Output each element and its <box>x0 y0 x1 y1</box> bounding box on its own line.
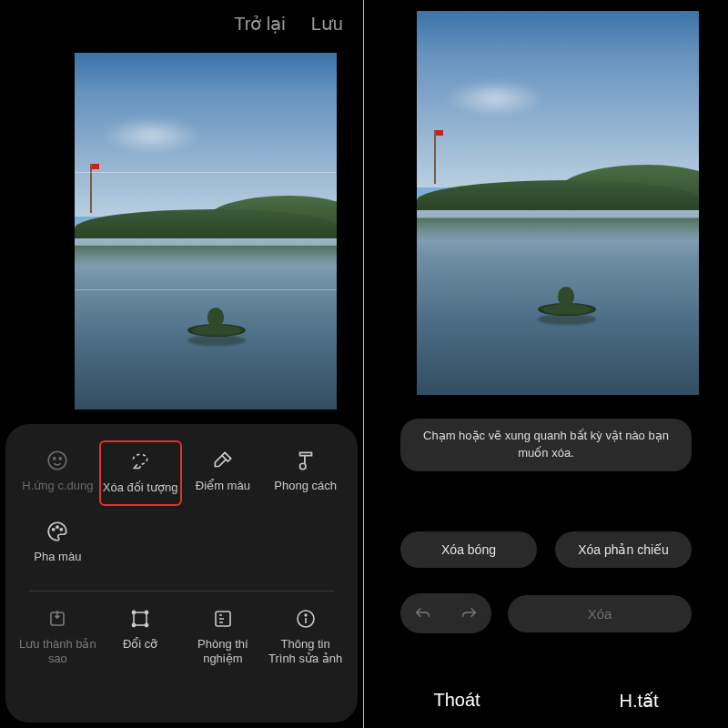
svg-point-3 <box>53 529 55 531</box>
resize-icon <box>127 606 153 632</box>
top-bar: Trở lại Lưu <box>0 0 363 44</box>
tool-object-eraser[interactable]: Xóa đối tượng <box>99 440 182 506</box>
action-label: Đổi cỡ <box>123 637 157 652</box>
svg-point-2 <box>60 458 62 460</box>
redo-button[interactable] <box>446 593 491 633</box>
svg-point-0 <box>49 451 67 470</box>
tool-spot-color[interactable]: Điểm màu <box>182 440 265 506</box>
save-copy-icon <box>45 606 70 632</box>
info-icon <box>293 606 318 632</box>
quick-actions: Xóa bóng Xóa phản chiếu <box>400 531 692 568</box>
undo-button[interactable] <box>400 593 446 633</box>
undo-icon <box>413 603 433 623</box>
done-button[interactable]: H.tất <box>619 690 658 712</box>
svg-rect-7 <box>134 612 147 625</box>
photo-crop-area[interactable] <box>75 53 337 410</box>
action-label: Phòng thí nghiệm <box>184 637 263 667</box>
action-save-as-copy[interactable]: Lưu thành bản sao <box>16 599 99 676</box>
panel-divider <box>29 591 334 592</box>
palette-icon <box>45 519 70 544</box>
tool-label: Xóa đối tượng <box>103 480 178 495</box>
exit-button[interactable]: Thoát <box>433 690 480 712</box>
action-label: Thông tin Trình sửa ảnh <box>266 637 345 667</box>
labs-icon <box>210 606 236 632</box>
action-labs[interactable]: Phòng thí nghiệm <box>182 599 265 676</box>
remove-reflection-button[interactable]: Xóa phản chiếu <box>555 531 692 568</box>
instruction-tooltip: Chạm hoặc vẽ xung quanh bất kỳ vật nào b… <box>400 419 692 471</box>
footer-bar: Thoát H.tất <box>364 690 728 712</box>
tool-style[interactable]: Phong cách <box>264 440 347 506</box>
svg-point-9 <box>146 611 148 613</box>
tool-panel: H.ứng c.dung Xóa đối tượng Điểm màu Phon… <box>5 424 358 723</box>
photo-preview <box>75 53 337 410</box>
crop-handle-tr[interactable] <box>324 53 337 66</box>
save-button[interactable]: Lưu <box>311 13 343 35</box>
svg-point-5 <box>61 529 63 531</box>
brush-icon <box>293 448 318 473</box>
screen-edit-tools: Trở lại Lưu H.ứng c.dung <box>0 0 364 728</box>
svg-point-14 <box>305 614 307 616</box>
history-row: Xóa <box>400 593 692 633</box>
remove-shadow-button[interactable]: Xóa bóng <box>400 531 537 568</box>
svg-point-4 <box>56 526 58 528</box>
tool-color-mix[interactable]: Pha màu <box>16 511 99 573</box>
delete-button[interactable]: Xóa <box>508 595 692 632</box>
tool-label: H.ứng c.dung <box>22 479 93 493</box>
photo-preview <box>417 11 699 395</box>
crop-handle-tl[interactable] <box>75 53 87 66</box>
svg-point-11 <box>146 623 148 626</box>
back-button[interactable]: Trở lại <box>234 13 286 35</box>
screen-object-eraser: Chạm hoặc vẽ xung quanh bất kỳ vật nào b… <box>364 0 728 728</box>
action-label: Lưu thành bản sao <box>18 637 97 667</box>
tool-label: Điểm màu <box>196 479 250 493</box>
svg-point-1 <box>54 458 56 460</box>
lasso-eraser-icon <box>127 450 153 475</box>
action-resize[interactable]: Đổi cỡ <box>99 599 182 676</box>
crop-handle-bl[interactable] <box>75 397 87 410</box>
svg-point-10 <box>133 623 136 626</box>
face-icon <box>45 448 70 473</box>
redo-icon <box>459 603 479 623</box>
eyedropper-icon <box>210 448 236 473</box>
tool-portrait-effects[interactable]: H.ứng c.dung <box>16 440 99 506</box>
tool-label: Phong cách <box>274 479 337 493</box>
action-about[interactable]: Thông tin Trình sửa ảnh <box>264 599 347 676</box>
tool-label: Pha màu <box>34 550 81 564</box>
svg-point-8 <box>133 611 136 613</box>
crop-handle-br[interactable] <box>324 397 337 410</box>
photo-canvas[interactable] <box>417 11 699 395</box>
